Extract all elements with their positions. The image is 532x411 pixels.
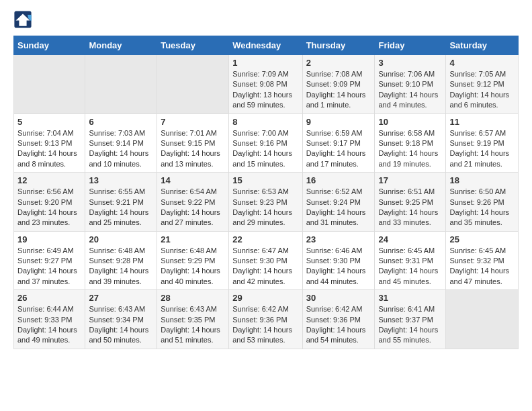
calendar-cell: 15 Sunrise: 6:53 AM Sunset: 9:23 PM Dayl…	[229, 173, 302, 232]
day-number: 21	[161, 234, 225, 244]
day-number: 20	[89, 234, 153, 244]
calendar-cell	[14, 55, 85, 114]
cell-content: Sunrise: 7:08 AM Sunset: 9:09 PM Dayligh…	[306, 69, 371, 111]
col-header-wednesday: Wednesday	[229, 36, 302, 55]
sunset-label: Sunset: 9:10 PM	[378, 80, 433, 88]
sunrise-label: Sunrise: 6:46 AM	[306, 246, 363, 255]
day-number: 30	[306, 293, 371, 303]
day-number: 22	[232, 234, 298, 244]
calendar-cell: 14 Sunrise: 6:54 AM Sunset: 9:22 PM Dayl…	[157, 173, 229, 232]
calendar-cell: 24 Sunrise: 6:45 AM Sunset: 9:31 PM Dayl…	[375, 231, 446, 290]
sunrise-label: Sunrise: 6:42 AM	[232, 305, 289, 313]
week-row-1: 1 Sunrise: 7:09 AM Sunset: 9:08 PM Dayli…	[14, 55, 519, 114]
sunrise-label: Sunrise: 7:03 AM	[89, 129, 145, 137]
day-number: 13	[89, 175, 153, 185]
sunrise-label: Sunrise: 6:42 AM	[306, 305, 363, 313]
week-row-2: 5 Sunrise: 7:04 AM Sunset: 9:13 PM Dayli…	[14, 113, 519, 173]
day-number: 11	[449, 117, 515, 127]
day-number: 24	[378, 234, 442, 244]
day-number: 17	[378, 175, 442, 185]
calendar-cell: 13 Sunrise: 6:55 AM Sunset: 9:21 PM Dayl…	[85, 173, 157, 232]
sunset-label: Sunset: 9:29 PM	[161, 257, 215, 265]
daylight-label: Daylight: 14 hours and 21 minutes.	[449, 149, 509, 167]
calendar-cell: 27 Sunrise: 6:43 AM Sunset: 9:34 PM Dayl…	[85, 290, 157, 349]
calendar-cell: 28 Sunrise: 6:43 AM Sunset: 9:35 PM Dayl…	[157, 290, 229, 349]
daylight-label: Daylight: 14 hours and 51 minutes.	[161, 326, 220, 344]
calendar-cell: 17 Sunrise: 6:51 AM Sunset: 9:25 PM Dayl…	[375, 173, 446, 232]
cell-content: Sunrise: 6:43 AM Sunset: 9:34 PM Dayligh…	[89, 304, 153, 346]
day-number: 26	[17, 293, 81, 303]
sunrise-label: Sunrise: 7:00 AM	[232, 129, 289, 137]
daylight-label: Daylight: 14 hours and 29 minutes.	[232, 208, 292, 226]
sunset-label: Sunset: 9:36 PM	[232, 316, 287, 324]
calendar-cell: 25 Sunrise: 6:45 AM Sunset: 9:32 PM Dayl…	[446, 231, 519, 290]
cell-content: Sunrise: 7:09 AM Sunset: 9:08 PM Dayligh…	[232, 69, 298, 111]
cell-content: Sunrise: 6:48 AM Sunset: 9:28 PM Dayligh…	[89, 246, 153, 287]
daylight-label: Daylight: 14 hours and 4 minutes.	[378, 91, 438, 109]
sunset-label: Sunset: 9:20 PM	[17, 198, 72, 206]
day-number: 1	[232, 58, 298, 68]
sunset-label: Sunset: 9:36 PM	[306, 316, 361, 324]
sunrise-label: Sunrise: 6:47 AM	[232, 246, 289, 255]
day-number: 4	[449, 58, 515, 68]
daylight-label: Daylight: 13 hours and 59 minutes.	[232, 91, 292, 109]
calendar-cell: 26 Sunrise: 6:44 AM Sunset: 9:33 PM Dayl…	[14, 290, 85, 349]
sunset-label: Sunset: 9:15 PM	[161, 139, 215, 147]
col-header-tuesday: Tuesday	[157, 36, 229, 55]
sunrise-label: Sunrise: 7:04 AM	[17, 129, 74, 137]
sunrise-label: Sunrise: 6:50 AM	[449, 187, 506, 195]
col-header-friday: Friday	[375, 36, 446, 55]
sunset-label: Sunset: 9:08 PM	[232, 80, 287, 88]
sunset-label: Sunset: 9:33 PM	[17, 316, 72, 324]
sunset-label: Sunset: 9:34 PM	[89, 316, 143, 324]
sunrise-label: Sunrise: 6:53 AM	[232, 187, 289, 195]
sunrise-label: Sunrise: 6:49 AM	[17, 246, 74, 255]
cell-content: Sunrise: 6:47 AM Sunset: 9:30 PM Dayligh…	[232, 246, 298, 287]
cell-content: Sunrise: 7:06 AM Sunset: 9:10 PM Dayligh…	[378, 69, 442, 111]
cell-content: Sunrise: 6:54 AM Sunset: 9:22 PM Dayligh…	[161, 187, 225, 228]
sunrise-label: Sunrise: 6:56 AM	[17, 187, 74, 195]
calendar-cell: 29 Sunrise: 6:42 AM Sunset: 9:36 PM Dayl…	[229, 290, 302, 349]
sunset-label: Sunset: 9:14 PM	[89, 139, 143, 147]
day-number: 5	[17, 117, 81, 127]
calendar-cell: 1 Sunrise: 7:09 AM Sunset: 9:08 PM Dayli…	[229, 55, 302, 114]
sunset-label: Sunset: 9:17 PM	[306, 139, 361, 147]
logo-icon	[13, 10, 32, 29]
calendar-cell: 31 Sunrise: 6:41 AM Sunset: 9:37 PM Dayl…	[375, 290, 446, 349]
day-number: 9	[306, 117, 371, 127]
col-header-saturday: Saturday	[446, 36, 519, 55]
calendar-cell: 2 Sunrise: 7:08 AM Sunset: 9:09 PM Dayli…	[302, 55, 375, 114]
calendar-cell: 11 Sunrise: 6:57 AM Sunset: 9:19 PM Dayl…	[446, 113, 519, 173]
daylight-label: Daylight: 14 hours and 1 minute.	[306, 91, 366, 109]
cell-content: Sunrise: 7:05 AM Sunset: 9:12 PM Dayligh…	[449, 69, 515, 111]
sunrise-label: Sunrise: 6:58 AM	[378, 129, 435, 137]
sunset-label: Sunset: 9:37 PM	[378, 316, 433, 324]
cell-content: Sunrise: 6:45 AM Sunset: 9:31 PM Dayligh…	[378, 246, 442, 287]
cell-content: Sunrise: 6:49 AM Sunset: 9:27 PM Dayligh…	[17, 246, 81, 287]
day-number: 16	[306, 175, 371, 185]
sunrise-label: Sunrise: 6:54 AM	[161, 187, 217, 195]
daylight-label: Daylight: 14 hours and 31 minutes.	[306, 208, 366, 226]
sunrise-label: Sunrise: 6:55 AM	[89, 187, 145, 195]
calendar-cell	[157, 55, 229, 114]
cell-content: Sunrise: 6:58 AM Sunset: 9:18 PM Dayligh…	[378, 128, 442, 170]
calendar-page: SundayMondayTuesdayWednesdayThursdayFrid…	[0, 0, 532, 359]
sunrise-label: Sunrise: 6:51 AM	[378, 187, 435, 195]
daylight-label: Daylight: 14 hours and 6 minutes.	[449, 91, 509, 109]
sunset-label: Sunset: 9:26 PM	[449, 198, 504, 206]
sunset-label: Sunset: 9:35 PM	[161, 316, 215, 324]
daylight-label: Daylight: 14 hours and 47 minutes.	[449, 267, 509, 285]
daylight-label: Daylight: 14 hours and 25 minutes.	[89, 208, 148, 226]
daylight-label: Daylight: 14 hours and 13 minutes.	[161, 149, 220, 167]
calendar-table: SundayMondayTuesdayWednesdayThursdayFrid…	[13, 36, 519, 349]
cell-content: Sunrise: 6:41 AM Sunset: 9:37 PM Dayligh…	[378, 304, 442, 346]
sunset-label: Sunset: 9:13 PM	[17, 139, 72, 147]
day-number: 27	[89, 293, 153, 303]
sunrise-label: Sunrise: 6:48 AM	[161, 246, 217, 255]
cell-content: Sunrise: 6:51 AM Sunset: 9:25 PM Dayligh…	[378, 187, 442, 228]
sunset-label: Sunset: 9:21 PM	[89, 198, 143, 206]
daylight-label: Daylight: 14 hours and 27 minutes.	[161, 208, 220, 226]
cell-content: Sunrise: 6:53 AM Sunset: 9:23 PM Dayligh…	[232, 187, 298, 228]
daylight-label: Daylight: 14 hours and 19 minutes.	[378, 149, 438, 167]
calendar-cell: 22 Sunrise: 6:47 AM Sunset: 9:30 PM Dayl…	[229, 231, 302, 290]
